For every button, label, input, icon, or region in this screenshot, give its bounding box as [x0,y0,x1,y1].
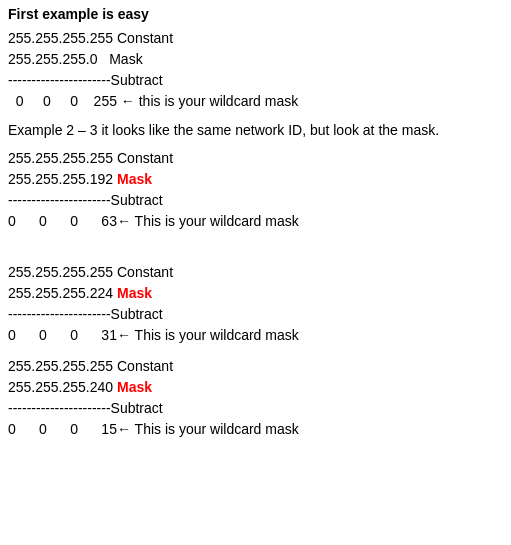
example3-mask-label: Mask [117,285,152,301]
example4-wildcard: This is your wildcard mask [135,421,299,437]
example4-row1: 255.255.255.255 Constant [8,356,503,377]
example3-divider: ----------------------Subtract [8,304,503,325]
example3-result: 0 0 0 31← This is your wildcard mask [8,325,503,346]
example3-block: 255.255.255.255 Constant 255.255.255.224… [8,262,503,346]
example1-divider: ----------------------Subtract [8,70,503,91]
arrow4: ← [117,421,131,437]
example4-row2: 255.255.255.240 Mask [8,377,503,398]
example2-mask-label: Mask [117,171,152,187]
example1-row2: 255.255.255.0 Mask [8,49,503,70]
example2-intro-text: Example 2 – 3 it looks like the same net… [8,122,503,138]
example1-block: 255.255.255.255 Constant 255.255.255.0 M… [8,28,503,112]
example2-wildcard: This is your wildcard mask [135,213,299,229]
example4-divider: ----------------------Subtract [8,398,503,419]
section-title: First example is easy [8,6,503,22]
example4-mask-label: Mask [117,379,152,395]
example1-row1: 255.255.255.255 Constant [8,28,503,49]
example2-result: 0 0 0 63← This is your wildcard mask [8,211,503,232]
example1-wildcard: this is your wildcard mask [139,93,299,109]
arrow2: ← [117,213,131,229]
page-container: First example is easy 255.255.255.255 Co… [8,6,503,440]
example2-divider: ----------------------Subtract [8,190,503,211]
example3-row1: 255.255.255.255 Constant [8,262,503,283]
example1-result: 0 0 0 255 ← this is your wildcard mask [8,91,503,112]
example4-result: 0 0 0 15← This is your wildcard mask [8,419,503,440]
example2-row2: 255.255.255.192 Mask [8,169,503,190]
arrow1: ← [121,93,135,109]
example3-row2: 255.255.255.224 Mask [8,283,503,304]
example3-wildcard: This is your wildcard mask [135,327,299,343]
example4-block: 255.255.255.255 Constant 255.255.255.240… [8,356,503,440]
example2-block: 255.255.255.255 Constant 255.255.255.192… [8,148,503,232]
arrow3: ← [117,327,131,343]
example2-row1: 255.255.255.255 Constant [8,148,503,169]
